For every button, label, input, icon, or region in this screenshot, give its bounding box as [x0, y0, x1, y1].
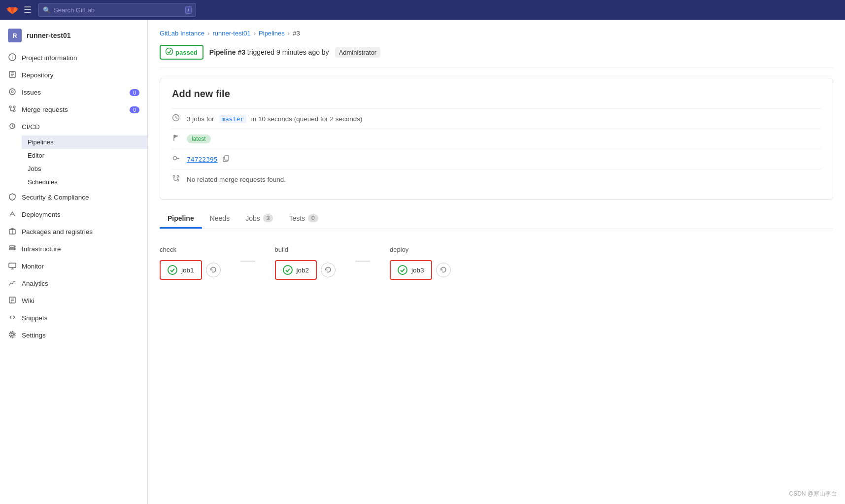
sidebar-label: Packages and registries [22, 228, 93, 235]
sidebar-label: Repository [22, 71, 54, 79]
sidebar-label: Issues [22, 89, 41, 96]
snippets-icon [8, 313, 17, 323]
stage-connector-1 [240, 246, 255, 262]
sidebar-item-snippets[interactable]: Snippets [0, 309, 147, 327]
job1-retry-button[interactable] [206, 263, 221, 277]
svg-point-15 [9, 106, 11, 108]
branch-name[interactable]: master [219, 115, 246, 123]
sidebar-label: Security & Compliance [22, 194, 89, 201]
job-row-job3: job3 [390, 260, 451, 280]
sidebar-item-cicd[interactable]: CI/CD [0, 118, 147, 135]
job1-status-icon [168, 265, 177, 275]
analytics-icon [8, 279, 17, 288]
sidebar-item-settings[interactable]: Settings [0, 327, 147, 344]
job-box-job1[interactable]: job1 [160, 260, 202, 280]
sidebar-label: Merge requests [22, 106, 68, 113]
sidebar-subitem-editor[interactable]: Editor [22, 149, 147, 162]
breadcrumb-gitlab-instance[interactable]: GitLab Instance [160, 30, 204, 37]
svg-point-17 [13, 106, 15, 108]
hamburger-menu-icon[interactable]: ☰ [24, 4, 32, 15]
job-box-job3[interactable]: job3 [390, 260, 432, 280]
svg-point-14 [11, 91, 13, 93]
jobs-text: 3 jobs for [187, 115, 214, 123]
svg-line-39 [10, 316, 11, 317]
commit-title: Add new file [172, 88, 821, 100]
commit-card: Add new file 3 jobs for master in 10 sec… [160, 78, 833, 200]
tab-needs[interactable]: Needs [202, 209, 237, 229]
sidebar-item-security-compliance[interactable]: Security & Compliance [0, 189, 147, 206]
latest-badge: latest [187, 134, 211, 143]
pipeline-number-label: Pipeline #3 [209, 48, 245, 56]
svg-rect-54 [225, 156, 229, 160]
svg-point-16 [13, 110, 15, 112]
cicd-icon [8, 122, 17, 132]
stage-deploy: deploy job3 [390, 246, 451, 280]
jobs-row: 3 jobs for master in 10 seconds (queued … [172, 108, 821, 129]
job-box-job2[interactable]: job2 [275, 260, 317, 280]
tab-tests-label: Tests [289, 214, 305, 222]
sidebar-item-infrastructure[interactable]: Infrastructure [0, 240, 147, 258]
tab-tests[interactable]: Tests 0 [281, 209, 326, 229]
stage-check-label: check [160, 246, 176, 253]
commit-hash-link[interactable]: 74722395 [187, 156, 218, 163]
sidebar-item-wiki[interactable]: Wiki [0, 292, 147, 309]
sidebar-item-packages-registries[interactable]: Packages and registries [0, 223, 147, 240]
stage-deploy-label: deploy [390, 246, 408, 253]
sidebar-label: Deployments [22, 211, 61, 218]
sidebar-item-repository[interactable]: Repository [0, 67, 147, 84]
stage-build-label: build [275, 246, 288, 253]
sidebar-item-deployments[interactable]: Deployments [0, 206, 147, 223]
packages-icon [8, 227, 17, 236]
project-header[interactable]: R runner-test01 [0, 25, 147, 46]
sidebar-label: CI/CD [22, 123, 40, 131]
project-name: runner-test01 [27, 32, 70, 39]
job2-status-icon [283, 265, 293, 275]
pipeline-info: Pipeline #3 triggered 9 minutes ago by [209, 48, 329, 56]
sidebar-label: Project information [22, 54, 77, 62]
gitlab-logo-icon[interactable] [6, 3, 19, 16]
sidebar-label: Snippets [22, 314, 48, 322]
job2-retry-button[interactable] [321, 263, 336, 277]
tab-pipeline[interactable]: Pipeline [160, 209, 202, 229]
breadcrumb-current: #3 [293, 30, 300, 37]
sidebar-label: Monitor [22, 263, 44, 270]
status-label: passed [175, 49, 198, 56]
project-avatar: R [8, 29, 22, 42]
sidebar-item-project-information[interactable]: i Project information [0, 49, 147, 67]
search-input[interactable] [54, 6, 182, 14]
monitor-icon [8, 262, 17, 271]
search-bar[interactable]: 🔍 / [38, 3, 196, 17]
sidebar-item-monitor[interactable]: Monitor [0, 258, 147, 275]
svg-line-42 [13, 317, 15, 319]
sidebar-subitem-jobs[interactable]: Jobs [22, 162, 147, 175]
copy-icon[interactable] [223, 155, 230, 164]
flag-icon [172, 134, 182, 144]
deployments-icon [8, 210, 17, 219]
info-icon: i [8, 53, 17, 63]
breadcrumb-pipelines[interactable]: Pipelines [259, 30, 285, 37]
sidebar-item-issues[interactable]: Issues 0 [0, 84, 147, 101]
tab-jobs[interactable]: Jobs 3 [237, 209, 281, 229]
infrastructure-icon [8, 244, 17, 254]
sidebar-subitem-pipelines[interactable]: Pipelines [22, 135, 147, 149]
sidebar-label: Pipelines [28, 138, 54, 146]
sidebar-label: Schedules [28, 178, 58, 186]
svg-line-31 [9, 283, 11, 285]
merge-icon [172, 174, 182, 184]
sidebar-subitem-schedules[interactable]: Schedules [22, 175, 147, 189]
passed-badge: passed [160, 45, 203, 60]
latest-row: latest [172, 129, 821, 149]
author-chip: Administrator [335, 47, 381, 58]
job3-retry-button[interactable] [436, 263, 451, 277]
app-layout: R runner-test01 i Project information Re… [0, 20, 845, 504]
job-row-job1: job1 [160, 260, 221, 280]
pipeline-header: passed Pipeline #3 triggered 9 minutes a… [160, 45, 833, 68]
key-icon [172, 154, 182, 164]
job-row-job2: job2 [275, 260, 336, 280]
sidebar-item-merge-requests[interactable]: Merge requests 0 [0, 101, 147, 118]
sidebar-item-analytics[interactable]: Analytics [0, 275, 147, 292]
job3-name: job3 [411, 267, 424, 274]
breadcrumb-project[interactable]: runner-test01 [212, 30, 250, 37]
stage-build: build job2 [275, 246, 336, 280]
stage-check: check job1 [160, 246, 221, 280]
